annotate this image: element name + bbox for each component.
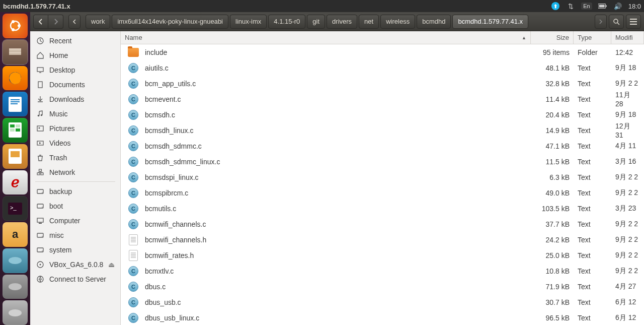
sidebar-item[interactable]: Desktop <box>30 62 120 77</box>
file-row[interactable]: bcmsdh_linux.c14.9 kBText12月 31 <box>121 122 644 138</box>
breadcrumb-item[interactable]: net <box>359 15 379 29</box>
device-3-icon[interactable] <box>3 300 28 325</box>
back-button[interactable] <box>33 15 48 29</box>
impress-icon[interactable] <box>3 144 28 169</box>
firefox-icon[interactable] <box>3 66 28 91</box>
sidebar-item[interactable]: Computer <box>30 213 120 228</box>
breadcrumb-item[interactable]: drivers <box>327 15 357 29</box>
breadcrumb-item[interactable]: 4.1.15-r0 <box>268 15 305 29</box>
breadcrumb-item[interactable]: work <box>86 15 110 29</box>
file-modified: 11月 28 <box>611 91 644 108</box>
sidebar-item[interactable]: boot <box>30 199 120 213</box>
column-type[interactable]: Type <box>574 31 611 44</box>
file-name: aiutils.c <box>145 64 169 72</box>
update-icon[interactable]: ⬆ <box>551 2 560 11</box>
view-list-button[interactable] <box>626 15 641 29</box>
sidebar-item[interactable]: Documents <box>30 77 120 92</box>
breadcrumb-item[interactable]: imx6ull14x14evk-poky-linux-gnueabi <box>112 15 228 29</box>
search-button[interactable] <box>609 15 624 29</box>
file-type: Text <box>574 142 611 150</box>
sidebar-item[interactable]: VBox_GAs_6.0.8⏏ <box>30 257 120 272</box>
column-modified[interactable]: Modifi <box>611 31 644 44</box>
file-row[interactable]: include95 itemsFolder12:42 <box>121 44 644 60</box>
breadcrumb-item[interactable]: linux-imx <box>230 15 267 29</box>
file-name: bcmxtlv.c <box>145 267 174 275</box>
sidebar-item[interactable]: Trash <box>30 150 120 165</box>
file-list[interactable]: Name▲ Size Type Modifi include95 itemsFo… <box>121 31 644 325</box>
svg-point-4 <box>18 24 21 27</box>
dash-icon[interactable] <box>3 14 28 38</box>
terminal-icon[interactable]: >_ <box>3 196 28 221</box>
clock-icon <box>36 37 44 45</box>
file-row[interactable]: bcmwifi_channels.h24.2 kBText9月 2 2 <box>121 232 644 247</box>
sidebar-item[interactable]: Network <box>30 165 120 179</box>
file-row[interactable]: bcmwifi_channels.c37.7 kBText9月 2 2 <box>121 216 644 232</box>
battery-icon[interactable] <box>598 2 607 11</box>
breadcrumb-item[interactable]: bcmdhd.1.579.77.41.x <box>452 15 528 29</box>
amazon-icon[interactable]: a <box>3 222 28 247</box>
dl-icon <box>36 95 44 103</box>
path-forward-button[interactable] <box>595 15 607 29</box>
sidebar-item[interactable]: Music <box>30 106 120 121</box>
path-back-button[interactable] <box>68 15 80 29</box>
sidebar-item[interactable]: system <box>30 242 120 257</box>
svg-rect-42 <box>37 173 40 175</box>
sidebar-label: Documents <box>49 81 85 89</box>
file-row[interactable]: bcmsdh_sdmmc_linux.c11.5 kBText3月 16 <box>121 154 644 169</box>
file-row[interactable]: bcmevent.c11.4 kBText11月 28 <box>121 91 644 107</box>
volume-icon[interactable]: 🔊 <box>613 2 622 11</box>
file-row[interactable]: dbus_usb_linux.c96.5 kBText6月 12 <box>121 310 644 325</box>
file-size: 71.9 kB <box>531 283 574 291</box>
file-name: bcmsdh_sdmmc.c <box>145 142 202 150</box>
clock[interactable]: 18:0 <box>628 3 641 10</box>
device-2-icon[interactable] <box>3 275 28 299</box>
eject-icon[interactable]: ⏏ <box>108 261 115 269</box>
places-sidebar: RecentHomeDesktopDocumentsDownloadsMusic… <box>30 31 121 325</box>
file-row[interactable]: dbus.c71.9 kBText4月 27 <box>121 279 644 294</box>
writer-icon[interactable] <box>3 92 28 116</box>
file-row[interactable]: aiutils.c48.1 kBText9月 18 <box>121 60 644 76</box>
column-size[interactable]: Size <box>531 31 574 44</box>
breadcrumb-item[interactable]: wireless <box>380 15 415 29</box>
network-updown-icon[interactable]: ⇅ <box>566 2 575 11</box>
file-name: bcmwifi_rates.h <box>145 251 194 259</box>
c-file-icon <box>128 79 138 89</box>
keyboard-indicator[interactable]: En <box>581 3 592 10</box>
file-row[interactable]: bcmsdh.c20.4 kBText9月 18 <box>121 107 644 122</box>
sidebar-item[interactable]: Home <box>30 48 120 62</box>
file-row[interactable]: bcmsdh_sdmmc.c47.1 kBText4月 11 <box>121 138 644 154</box>
file-modified: 9月 2 2 <box>611 267 644 276</box>
file-row[interactable]: bcmxtlv.c10.8 kBText9月 2 2 <box>121 263 644 279</box>
breadcrumb-item[interactable]: git <box>307 15 325 29</box>
svg-rect-7 <box>9 48 21 50</box>
calc-icon[interactable] <box>3 118 28 143</box>
file-row[interactable]: dbus_usb.c30.7 kBText6月 12 <box>121 294 644 310</box>
column-name[interactable]: Name▲ <box>121 31 531 44</box>
svg-rect-19 <box>10 128 15 132</box>
sidebar-item[interactable]: Downloads <box>30 92 120 106</box>
evince-icon[interactable]: ℯ <box>3 170 28 195</box>
file-name: include <box>145 48 167 56</box>
device-1-icon[interactable] <box>3 248 28 273</box>
sidebar-item[interactable]: misc <box>30 228 120 242</box>
file-type: Folder <box>574 48 611 56</box>
svg-rect-10 <box>9 53 21 55</box>
svg-rect-39 <box>37 126 43 131</box>
file-name: bcmwifi_channels.c <box>145 220 206 228</box>
sidebar-item[interactable]: Connect to Server <box>30 272 120 286</box>
sidebar-item[interactable]: Recent <box>30 33 120 48</box>
file-row[interactable]: bcmwifi_rates.h25.0 kBText9月 2 2 <box>121 247 644 263</box>
file-type: Text <box>574 251 611 259</box>
svg-point-56 <box>40 264 41 265</box>
svg-rect-22 <box>11 151 20 157</box>
file-row[interactable]: bcmsdspi_linux.c6.3 kBText9月 2 2 <box>121 169 644 185</box>
sidebar-item[interactable]: Videos <box>30 136 120 150</box>
file-row[interactable]: bcmspibrcm.c49.0 kBText9月 2 2 <box>121 185 644 201</box>
sidebar-item[interactable]: Pictures <box>30 121 120 136</box>
files-app-icon[interactable] <box>3 40 28 64</box>
sidebar-item[interactable]: backup <box>30 184 120 199</box>
file-row[interactable]: bcmutils.c103.5 kBText3月 23 <box>121 201 644 216</box>
forward-button[interactable] <box>48 15 63 29</box>
file-row[interactable]: bcm_app_utils.c32.8 kBText9月 2 2 <box>121 76 644 91</box>
breadcrumb-item[interactable]: bcmdhd <box>417 15 451 29</box>
